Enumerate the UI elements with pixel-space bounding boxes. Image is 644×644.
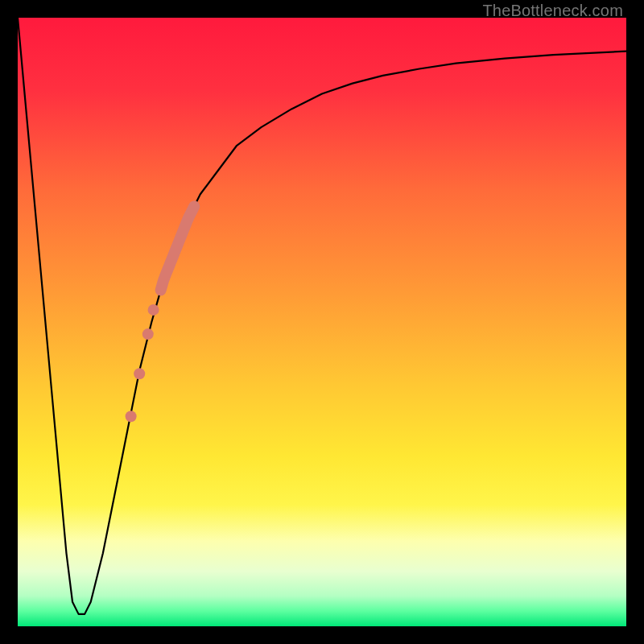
- marker-thick-segment: [161, 206, 195, 290]
- marker-dot: [134, 368, 145, 379]
- marker-dot: [148, 304, 159, 316]
- chart-svg: [18, 18, 626, 626]
- marker-dot: [126, 411, 137, 422]
- watermark-text: TheBottleneck.com: [482, 2, 623, 20]
- plot-area: [18, 18, 626, 626]
- bottleneck-curve: [18, 18, 626, 614]
- marker-dot: [142, 328, 154, 340]
- chart-frame: TheBottleneck.com: [0, 0, 644, 644]
